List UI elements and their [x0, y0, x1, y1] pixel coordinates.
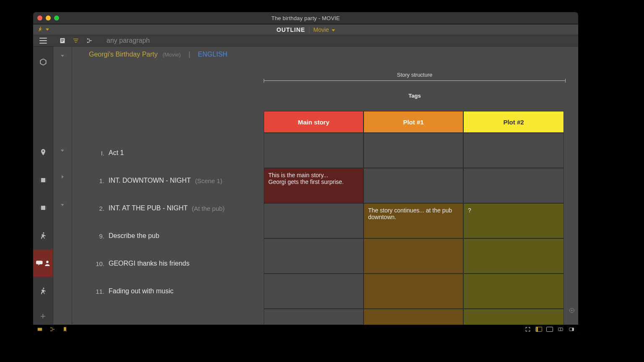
runner-icon: [39, 231, 47, 240]
svg-rect-25: [572, 328, 574, 331]
page-icon[interactable]: [59, 37, 66, 44]
titlebar: The birthday party - MOVIE: [33, 12, 578, 24]
outline-row[interactable]: 2.INT. AT THE PUB - NIGHT(At the pub): [90, 194, 262, 222]
row-number: 11.: [90, 288, 104, 295]
outline-row[interactable]: 1.INT. DOWNTOWN - NIGHT(Scene 1): [90, 167, 262, 194]
outline-row[interactable]: I.Act 1: [90, 139, 262, 167]
row-number: I.: [90, 150, 104, 157]
main-panel: Georgi's Birthday Party (Movie) | ENGLIS…: [72, 47, 578, 326]
sidebar: +: [33, 47, 53, 326]
story-structure-label: Story structure: [264, 72, 566, 78]
grid-cell[interactable]: [463, 168, 564, 203]
svg-rect-18: [38, 328, 42, 331]
chevron-down-icon: [332, 29, 335, 31]
svg-rect-12: [45, 178, 47, 182]
chevron-down-icon[interactable]: [59, 147, 66, 154]
more-icon[interactable]: [568, 307, 576, 314]
document-language[interactable]: ENGLISH: [198, 51, 227, 58]
sidebar-item-film-2[interactable]: [33, 194, 53, 222]
row-number: 1.: [90, 177, 104, 184]
column-header[interactable]: Main story: [264, 111, 364, 133]
layout-left-icon[interactable]: [535, 326, 542, 333]
outline-row[interactable]: 9.Describe the pub: [90, 222, 262, 250]
grid-cell[interactable]: [364, 168, 463, 203]
grid-cell[interactable]: [463, 274, 564, 309]
chevron-right-icon[interactable]: [59, 173, 66, 180]
grid-cell[interactable]: [364, 238, 463, 274]
document-title[interactable]: Georgi's Birthday Party: [89, 51, 158, 58]
status-film-icon[interactable]: [36, 326, 43, 333]
svg-rect-4: [73, 39, 78, 39]
grid-cell[interactable]: [264, 309, 364, 326]
grid-cell[interactable]: [364, 133, 463, 168]
outline-row[interactable]: 10.GEORGI thanks his friends: [90, 250, 262, 277]
layout-single-icon[interactable]: [546, 326, 553, 333]
status-tree-icon[interactable]: [49, 326, 56, 333]
row-title: Act 1: [109, 149, 124, 157]
row-title: INT. DOWNTOWN - NIGHT: [109, 177, 191, 184]
chat-user-icon: [36, 259, 50, 267]
grid-cell[interactable]: [463, 309, 564, 326]
grid-cell[interactable]: The story continues... at the pub downto…: [364, 203, 463, 238]
row-title: INT. AT THE PUB - NIGHT: [109, 204, 187, 212]
svg-rect-15: [45, 206, 47, 210]
chevron-down-icon[interactable]: [59, 52, 66, 59]
search-input[interactable]: any paragraph: [106, 37, 150, 44]
grid-cell[interactable]: ?: [463, 203, 564, 238]
row-number: 2.: [90, 205, 104, 212]
svg-rect-14: [40, 206, 41, 210]
sidebar-item-runner-1[interactable]: [33, 222, 53, 249]
grid-cell[interactable]: [364, 274, 463, 309]
menu-icon[interactable]: [39, 38, 47, 44]
plus-icon: +: [40, 312, 46, 321]
column-header[interactable]: Plot #1: [364, 111, 463, 133]
sidebar-item-cube[interactable]: [33, 52, 53, 72]
mode-outline[interactable]: OUTLINE: [276, 26, 305, 33]
cube-icon: [39, 58, 47, 66]
film-icon: [39, 204, 47, 212]
tags-grid: Main storyPlot #1Plot #2This is the main…: [264, 111, 564, 326]
chevron-down-icon[interactable]: [59, 202, 66, 208]
row-number: 10.: [90, 260, 104, 267]
app-window: The birthday party - MOVIE OUTLINE | Mov…: [33, 12, 579, 334]
sidebar-item-runner-2[interactable]: [33, 277, 53, 305]
window-title: The birthday party - MOVIE: [33, 15, 578, 21]
svg-point-9: [91, 40, 92, 41]
sidebar-add-button[interactable]: +: [33, 307, 53, 326]
svg-rect-1: [61, 39, 64, 39]
sidebar-item-dialogue[interactable]: [33, 249, 53, 277]
divider: |: [189, 51, 190, 58]
grid-cell[interactable]: [364, 309, 463, 326]
grid-cell[interactable]: [264, 238, 364, 274]
grid-cell[interactable]: [463, 238, 564, 274]
layout-right-icon[interactable]: [568, 326, 575, 333]
outline-list: I.Act 11.INT. DOWNTOWN - NIGHT(Scene 1)2…: [90, 139, 262, 305]
document-header: Georgi's Birthday Party (Movie) | ENGLIS…: [89, 51, 227, 58]
outline-row[interactable]: 11.Fading out with music: [90, 277, 262, 305]
mode-kind-dropdown[interactable]: Movie: [313, 26, 335, 33]
structure-icon[interactable]: [86, 37, 93, 44]
grid-cell[interactable]: [463, 133, 564, 168]
row-title: Describe the pub: [109, 232, 159, 240]
fullscreen-icon[interactable]: [525, 326, 531, 333]
outline-gutter: [53, 47, 72, 326]
grid-cell[interactable]: [264, 203, 364, 238]
document-kind: (Movie): [159, 52, 181, 58]
grid-cell[interactable]: [264, 133, 364, 168]
column-header[interactable]: Plot #2: [463, 111, 564, 133]
list-filter-icon[interactable]: [72, 37, 80, 44]
sidebar-item-pin[interactable]: [33, 139, 53, 166]
svg-rect-6: [75, 42, 77, 42]
statusbar: [33, 325, 578, 334]
pin-icon: [39, 148, 47, 157]
svg-point-21: [53, 329, 54, 330]
layout-split-icon[interactable]: [557, 326, 564, 333]
status-bookmark-icon[interactable]: [62, 326, 68, 333]
svg-rect-3: [61, 41, 63, 41]
svg-rect-11: [40, 178, 41, 182]
row-subtitle: (Scene 1): [195, 177, 222, 184]
range-line[interactable]: [264, 80, 566, 81]
grid-cell[interactable]: [264, 274, 364, 309]
grid-cell[interactable]: This is the main story...Georgi gets the…: [264, 168, 364, 203]
sidebar-item-film-1[interactable]: [33, 166, 53, 194]
